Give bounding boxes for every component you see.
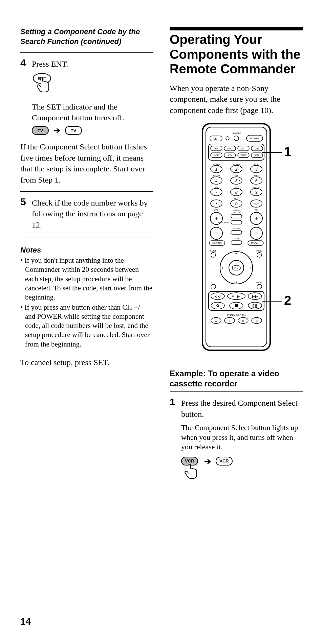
svg-text:D: D [256, 319, 258, 323]
svg-text:+: + [254, 215, 258, 222]
svg-text:INFO: INFO [234, 238, 239, 240]
svg-text:AUX: AUX [254, 163, 258, 165]
svg-text:CD: CD [228, 154, 231, 157]
section-top-bar [170, 27, 303, 30]
right-column: Operating Your Components with the Remot… [170, 27, 303, 480]
continued-heading: Setting a Component Code by the Search F… [20, 27, 153, 46]
section-title: Operating Your Components with the Remot… [170, 32, 303, 77]
vcr-button-graphic: VCR ➔ VCR [181, 457, 303, 480]
example-heading: Example: To operate a video cassette rec… [170, 368, 303, 389]
example-step-1-number: 1 [170, 397, 178, 420]
svg-text:0: 0 [235, 201, 237, 206]
step-4-text: Press ENT. [32, 58, 153, 69]
svg-text:DVD: DVD [227, 147, 232, 150]
arrow-icon: ➔ [204, 457, 211, 466]
svg-text:◄◄: ◄◄ [215, 295, 221, 298]
svg-text:9: 9 [255, 190, 257, 195]
svg-text:✦: ✦ [235, 252, 238, 255]
svg-text:C: C [242, 319, 244, 323]
example-step-1-text: Press the desired Component Select butto… [181, 397, 303, 420]
example-step-1-block: 1 Press the desired Component Select but… [170, 391, 303, 480]
svg-text:1: 1 [215, 167, 217, 172]
callout-1-line [262, 152, 282, 153]
svg-point-43 [239, 180, 240, 181]
svg-text:SYSTEM CONTROL: SYSTEM CONTROL [227, 314, 246, 316]
callout-1: 1 [284, 145, 291, 159]
step-5-text: Check if the code number works by follow… [32, 197, 153, 230]
svg-text:AMP: AMP [254, 154, 260, 157]
ent-button-graphic: ENT [32, 73, 153, 98]
svg-text:❚❚: ❚❚ [252, 304, 258, 308]
svg-text:POWER: POWER [249, 137, 259, 140]
callout-2: 2 [284, 293, 291, 308]
step-4-detail: The SET indicator and the Component butt… [32, 101, 153, 123]
svg-text:VOL: VOL [214, 209, 218, 211]
svg-text:OK: OK [234, 267, 238, 270]
notes-heading: Notes [20, 246, 153, 255]
svg-text:GUIDE: GUIDE [210, 250, 216, 252]
note-item: If you don't input anything into the Com… [20, 256, 153, 302]
notes-list: If you don't input anything into the Com… [20, 256, 153, 349]
step-5-number: 5 [20, 197, 28, 230]
svg-text:TAPE: TAPE [240, 154, 246, 157]
svg-rect-112 [235, 304, 238, 307]
svg-text:VCR: VCR [214, 154, 219, 157]
svg-text:MUTING: MUTING [212, 242, 222, 244]
section-intro: When you operate a non-Sony component, m… [170, 83, 303, 116]
tv-indicator-graphic: TV ➔ TV [32, 126, 153, 135]
tv-pill-on: TV [32, 126, 49, 135]
tv-pill-off: TV [65, 126, 82, 135]
vcr-pill-off: VCR [216, 457, 233, 466]
callout-2-line [262, 301, 282, 302]
svg-text:TUNER: TUNER [213, 175, 220, 177]
arrow-icon: ➔ [53, 126, 60, 135]
svg-text:PHONO: PHONO [252, 186, 260, 188]
svg-text:TWIN VIEW: TWIN VIEW [218, 221, 229, 223]
svg-text:B: B [229, 319, 230, 323]
svg-text:EXIT: EXIT [211, 282, 216, 284]
step-4-number: 4 [20, 58, 28, 69]
example-step-1-detail: The Component Select button lights up wh… [181, 423, 303, 452]
note-item: If you press any button other than CH +/… [20, 303, 153, 349]
svg-text:DVD: DVD [234, 198, 238, 200]
svg-text:+: + [214, 215, 218, 222]
svg-text:CBL: CBL [255, 147, 259, 150]
svg-text:ENT: ENT [254, 202, 259, 206]
remote-illustration: SET TV/VIDEO POWER TV DVD SAT CBL VCR CD… [170, 122, 303, 359]
svg-text:6: 6 [255, 178, 257, 183]
svg-text:TOOLS: TOOLS [256, 282, 262, 284]
svg-text:SET: SET [213, 137, 219, 140]
svg-text:2: 2 [235, 167, 237, 172]
svg-text:SLEEP: SLEEP [233, 228, 239, 230]
svg-point-57 [216, 203, 217, 204]
svg-text:✦: ✦ [235, 281, 238, 284]
left-column: Setting a Component Code by the Search F… [20, 27, 153, 480]
svg-point-105 [232, 295, 234, 297]
step-5-block: 5 Check if the code number works by foll… [20, 191, 153, 238]
svg-text:►►: ►► [252, 295, 258, 298]
svg-text:►: ► [237, 295, 240, 298]
svg-text:VIDEO2: VIDEO2 [232, 163, 240, 165]
svg-text:MENU: MENU [256, 250, 262, 252]
svg-text:CH: CH [254, 209, 258, 211]
step-4-aftertext: If the Component Select button flashes f… [20, 141, 153, 185]
svg-text:SAT: SAT [241, 147, 246, 150]
svg-text:RECALL: RECALL [251, 242, 260, 244]
svg-text:✦: ✦ [221, 266, 224, 270]
svg-text:8: 8 [235, 190, 237, 195]
svg-text:TV: TV [235, 186, 238, 188]
svg-text:−: − [214, 229, 218, 237]
svg-text:MD: MD [215, 186, 218, 188]
svg-text:DIGITAL: DIGITAL [232, 209, 240, 211]
svg-text:VIDEO1: VIDEO1 [212, 163, 220, 165]
svg-text:A: A [215, 319, 217, 323]
svg-text:5: 5 [235, 178, 237, 183]
svg-text:4: 4 [215, 178, 217, 183]
svg-text:✦: ✦ [249, 266, 252, 270]
svg-text:TAPE: TAPE [254, 175, 259, 177]
page-number: 14 [20, 616, 31, 627]
svg-text:CD: CD [235, 175, 238, 177]
cancel-text: To cancel setup, press SET. [20, 357, 153, 368]
svg-text:TV: TV [215, 147, 218, 150]
svg-text:−: − [254, 229, 258, 237]
